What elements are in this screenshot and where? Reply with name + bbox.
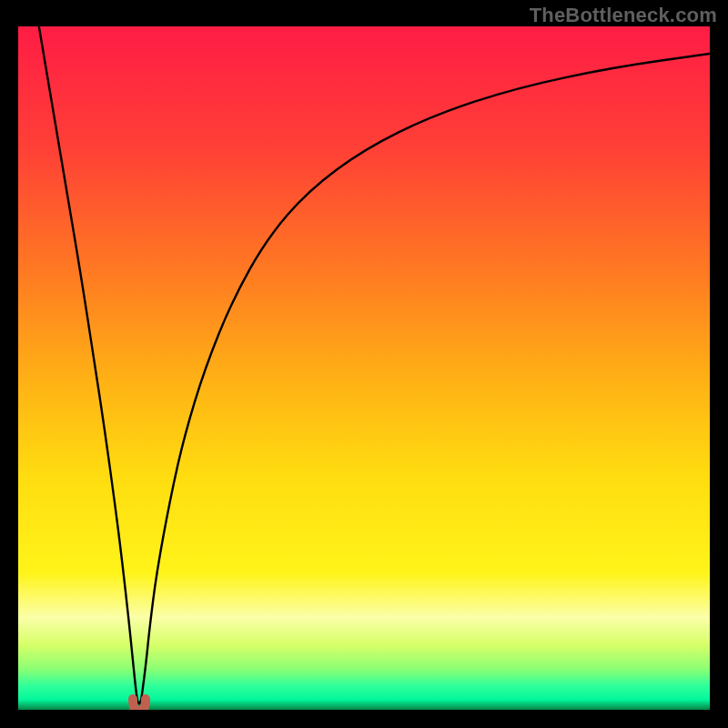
chart-svg: [18, 26, 710, 710]
plot-area: [18, 26, 710, 710]
attribution-label: TheBottleneck.com: [530, 4, 717, 27]
chart-frame: TheBottleneck.com: [0, 0, 728, 728]
gradient-background: [18, 26, 710, 710]
